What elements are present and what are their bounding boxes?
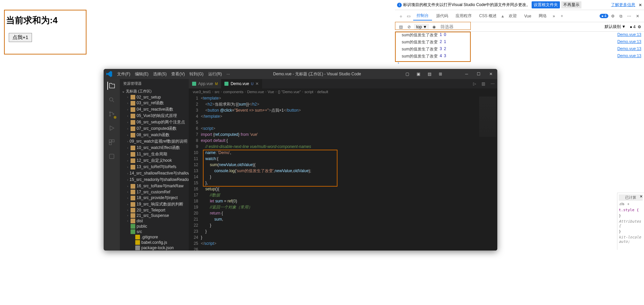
tree-item[interactable]: ›03_src_ref函数 xyxy=(120,100,189,106)
eye-icon[interactable]: ◉ xyxy=(431,24,437,30)
tree-item[interactable]: ›21_src_Suspense xyxy=(120,213,189,218)
breadcrumb-item[interactable]: vue3_test1 xyxy=(193,90,211,94)
context-selector[interactable]: top ▼ xyxy=(414,24,429,30)
breadcrumb-item[interactable]: components xyxy=(223,90,244,94)
clear-console-icon[interactable]: ⊘ xyxy=(406,24,412,30)
tree-item[interactable]: package-lock.json xyxy=(120,245,189,251)
issues-badge[interactable]: ● 4 xyxy=(600,14,608,18)
sidebar-toggle-icon[interactable]: ▤ xyxy=(398,24,404,30)
add-tab-icon[interactable]: ＋ xyxy=(558,12,566,20)
extensions-icon[interactable] xyxy=(108,138,116,146)
layout-icon-3[interactable]: ▤ xyxy=(426,72,433,76)
tree-item[interactable]: ›17_src_customRef xyxy=(120,189,189,195)
more-icon[interactable]: ⋯ xyxy=(625,12,633,20)
computed-tab[interactable]: 已计算 xyxy=(619,194,643,201)
tree-item[interactable]: ›08_src_watch函数 xyxy=(120,132,189,138)
console-settings-icon[interactable]: ⚙ xyxy=(638,25,641,29)
tree-item[interactable]: ›02_src_setup xyxy=(120,94,189,100)
close-tab-icon[interactable]: ✕ xyxy=(255,81,259,86)
close-window-icon[interactable]: ✕ xyxy=(487,72,495,76)
tree-item[interactable]: ›18_src_provide与inject xyxy=(120,195,189,201)
more-tabs-icon[interactable]: » xyxy=(551,12,557,20)
layout-icon-2[interactable]: ▣ xyxy=(415,72,422,76)
code-lines[interactable]: <template> <h2>当前求和为:{{sum}}</h2> <butto… xyxy=(201,95,477,251)
run-tab-icon[interactable]: ▷ xyxy=(470,79,479,88)
menu-more[interactable]: ··· xyxy=(226,72,230,76)
tree-item[interactable]: ›20_src_Teleport xyxy=(120,207,189,213)
increment-button[interactable]: 点我+1 xyxy=(9,33,32,42)
tab-demo-vue[interactable]: Demo.vueU✕ xyxy=(221,79,262,88)
tree-item[interactable]: ›16_src_toRaw与markRaw xyxy=(120,183,189,189)
tree-item[interactable]: ›14_src_shallowReactive与shallowRef xyxy=(120,170,189,177)
layout-icon-1[interactable]: ▢ xyxy=(404,72,410,76)
tab-application[interactable]: 应用程序 xyxy=(452,12,475,20)
minimap[interactable] xyxy=(477,95,497,251)
minimize-icon[interactable]: ─ xyxy=(463,72,470,76)
tree-item[interactable]: .gitignore xyxy=(120,234,189,240)
settings-icon[interactable]: ⚙ xyxy=(609,12,617,20)
explorer-icon[interactable] xyxy=(107,82,115,90)
sidebar-root[interactable]: ⌄ 无标题 (工作区) xyxy=(120,88,189,94)
close-notice-icon[interactable]: ✕ xyxy=(639,3,642,7)
tree-item[interactable]: ›05_Vue3的响应式原理 xyxy=(120,113,189,119)
tree-item[interactable]: ›04_src_reactive函数 xyxy=(120,106,189,113)
tree-item[interactable]: ›15_src_readonly与shallowReadonly xyxy=(120,177,189,183)
tree-item[interactable]: ›10_src_watchEffect函数 xyxy=(120,145,189,151)
account-icon[interactable] xyxy=(108,152,116,160)
tree-item[interactable]: ›19_src_响应式数据的判断 xyxy=(120,201,189,207)
breadcrumb-item[interactable]: Demo.vue xyxy=(247,90,264,94)
source-link[interactable]: Demo.vue:13 xyxy=(617,46,641,52)
tree-item[interactable]: public xyxy=(120,224,189,229)
breadcrumb-item[interactable]: default xyxy=(317,90,328,94)
hide-notice-button[interactable]: 不再显示 xyxy=(561,1,581,8)
device-icon[interactable]: ▭ xyxy=(405,12,413,20)
menu-select[interactable]: 选择(S) xyxy=(153,71,167,77)
inspect-icon[interactable]: ⟐ xyxy=(398,12,404,20)
tab-welcome[interactable]: 欢迎 xyxy=(505,12,520,20)
tree-item[interactable]: ›11_src_生命周期 xyxy=(120,151,189,157)
source-link[interactable]: Demo.vue:13 xyxy=(617,39,641,45)
tab-vue[interactable]: Vue xyxy=(521,12,535,20)
tab-sources[interactable]: 源代码 xyxy=(433,12,452,20)
filter-input[interactable] xyxy=(439,24,466,30)
menu-edit[interactable]: 编辑(E) xyxy=(135,71,148,77)
tab-css-overview[interactable]: CSS 概述 xyxy=(476,12,500,20)
tab-app-vue[interactable]: App.vueM xyxy=(189,79,221,88)
run-icon[interactable] xyxy=(108,124,116,132)
tree-item[interactable]: ›13_src_toRef与toRefs xyxy=(120,164,189,170)
tree-item[interactable]: babel.config.js xyxy=(120,240,189,245)
tree-item[interactable]: ›06_src_setup的两个注意点 xyxy=(120,119,189,125)
learn-more-link[interactable]: 了解更多信息 xyxy=(611,2,635,8)
set-root-button[interactable]: 设置根文件夹 xyxy=(532,1,560,8)
filter-badge[interactable]: ● 4 xyxy=(630,25,636,29)
tree-item[interactable]: ›09_src_watch监视ref数据的说明 xyxy=(120,138,189,145)
search-icon[interactable] xyxy=(108,96,116,104)
tree-item[interactable]: src xyxy=(120,229,189,234)
maximize-icon[interactable]: ☐ xyxy=(475,72,482,76)
log-level-selector[interactable]: 默认级别 ▼ xyxy=(605,24,626,30)
breadcrumb-item[interactable]: {} "Demo.vue" xyxy=(278,90,301,94)
tree-item[interactable]: ›07_src_computed函数 xyxy=(120,125,189,132)
split-tab-icon[interactable]: ▥ xyxy=(479,79,488,88)
close-devtools-icon[interactable]: ✕ xyxy=(634,12,641,20)
tab-console[interactable]: 控制台 xyxy=(413,11,432,21)
tree-item[interactable]: ›12_src_自定义hook xyxy=(120,157,189,164)
menu-goto[interactable]: 转到(G) xyxy=(189,71,203,77)
code-editor[interactable]: 1234567891011121314151617181920212223242… xyxy=(189,95,497,251)
menu-run[interactable]: 运行(R) xyxy=(208,71,222,77)
source-link[interactable]: Demo.vue:13 xyxy=(617,53,641,59)
console-prompt[interactable]: › xyxy=(395,60,644,66)
dock-icon[interactable]: ⧉ xyxy=(617,12,624,20)
layout-icon-4[interactable]: ⊞ xyxy=(437,72,443,76)
menu-view[interactable]: 查看(V) xyxy=(171,71,185,77)
styles-close-icon[interactable]: ✕ xyxy=(640,194,643,199)
more-tab-icon[interactable]: ⋯ xyxy=(488,79,497,88)
breadcrumb-item[interactable]: src xyxy=(215,90,220,94)
source-link[interactable]: Demo.vue:13 xyxy=(617,32,641,38)
breadcrumb-item[interactable]: script xyxy=(305,90,313,94)
tab-network[interactable]: 网络 xyxy=(535,12,550,20)
breadcrumb-item[interactable]: Vue xyxy=(268,90,274,94)
tree-item[interactable]: ›dist xyxy=(120,218,189,224)
menu-file[interactable]: 文件(F) xyxy=(117,71,130,77)
scm-icon[interactable] xyxy=(108,110,116,118)
